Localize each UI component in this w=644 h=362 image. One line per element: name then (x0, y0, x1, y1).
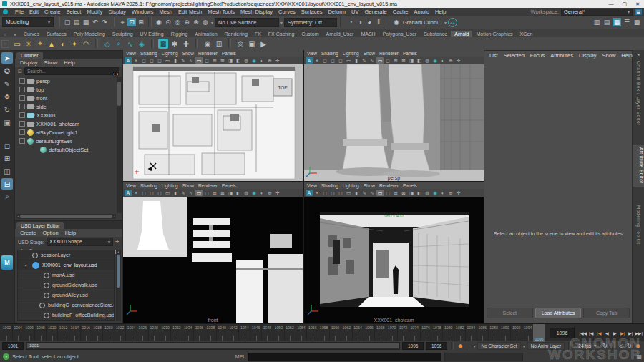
viewport-toolbar-icon[interactable]: A (125, 190, 132, 196)
shelf-tab[interactable]: Poly Modeling (70, 31, 109, 37)
anim-layer-dropdown[interactable]: No Anim Layer (527, 342, 565, 350)
viewport-toolbar-icon[interactable]: ⊠ (400, 190, 407, 196)
chevron-down-icon[interactable]: ▾ (523, 343, 525, 348)
layout-shortcut-icon[interactable]: ⊟ (1, 178, 13, 190)
viewport-toolbar-icon[interactable]: ▭ (164, 57, 171, 64)
viewport-menu-item[interactable]: Panels (222, 183, 236, 188)
outliner-item[interactable]: side (16, 102, 116, 111)
window-control-button[interactable]: ✕ (635, 1, 640, 7)
shelf-tab[interactable]: Substance (420, 31, 451, 37)
outliner-item[interactable]: top (16, 85, 116, 94)
viewport-toolbar-icon[interactable]: ⊞ (392, 190, 399, 196)
viewport-toolbar-icon[interactable]: ⊕ (266, 57, 273, 64)
viewport-toolbar-icon[interactable]: ▮ (172, 190, 179, 196)
viewport-menu-item[interactable]: Shading (321, 183, 338, 188)
animation-start-field[interactable]: 1001 (2, 342, 24, 350)
viewport-toolbar-icon[interactable]: ✛ (455, 190, 462, 196)
outliner-item[interactable]: XXX001 (16, 111, 116, 119)
usd-menu-item[interactable]: Help (65, 230, 76, 236)
shelf-tool-icon[interactable]: ⌖ (35, 39, 45, 49)
viewport-toolbar-icon[interactable]: ▭ (376, 190, 384, 196)
usd-layer-row[interactable]: groundSidewalk.usd (18, 280, 114, 290)
viewport-menu-item[interactable]: View (307, 183, 317, 188)
viewport-toolbar-icon[interactable]: A (306, 190, 313, 196)
viewport-menu-item[interactable]: Panels (403, 51, 417, 56)
viewport-toolbar-icon[interactable]: ▭ (195, 57, 203, 64)
render-icon[interactable]: ◔ (346, 18, 355, 26)
viewport-toolbar-icon[interactable]: ▭ (345, 57, 352, 64)
viewport-menu-item[interactable]: Panels (403, 183, 417, 188)
timeline-tick[interactable]: 1002 (1, 324, 13, 342)
viewport-toolbar-icon[interactable]: ◧ (235, 57, 242, 64)
sidebar-vertical-tab[interactable]: Channel Box / Layer Editor (636, 58, 641, 129)
viewport-menu-item[interactable]: Shading (321, 51, 338, 56)
playback-button[interactable]: ▶ (611, 328, 618, 338)
snap-icon[interactable]: ⊗ (192, 18, 200, 26)
playback-end-field[interactable]: 1096 (402, 342, 424, 350)
shelf-tool-icon[interactable]: ▩ (158, 39, 168, 49)
viewport-toolbar-icon[interactable]: ✕ (313, 190, 321, 196)
viewport-menu-item[interactable]: Shading (140, 51, 157, 56)
viewport-toolbar-icon[interactable]: ◐ (258, 190, 265, 196)
shelf-tool-icon[interactable]: ▭ (12, 39, 22, 49)
timeline-tick[interactable]: 1028 (149, 324, 160, 342)
viewport-toolbar-icon[interactable]: ✛ (274, 57, 281, 64)
tool-icon[interactable]: ✪ (1, 65, 13, 77)
shelf-tool-icon[interactable]: ✦ (69, 39, 79, 49)
zoom-tool-icon[interactable]: ⌕ (1, 191, 13, 202)
shelf-tab[interactable]: UV Editing (137, 31, 167, 37)
attribute-menu-item[interactable]: Focus (530, 52, 545, 59)
menu-item[interactable]: Create (42, 9, 64, 15)
timeline-tick[interactable]: 1010 (47, 324, 58, 342)
viewport-menu-item[interactable]: Renderer (379, 51, 399, 56)
render-icon[interactable]: ‖ (374, 18, 383, 26)
character-set-dropdown[interactable]: No Character Set (477, 342, 520, 350)
timeline-tick[interactable]: 1068 (375, 324, 386, 342)
timeline-tick[interactable]: 1006 (24, 324, 36, 342)
layer-state-icon[interactable] (32, 262, 39, 269)
viewport-menu-item[interactable]: Lighting (343, 51, 359, 56)
viewport-toolbar-icon[interactable]: ◻ (384, 57, 391, 64)
shelf-tool-icon[interactable]: ◐ (58, 39, 68, 49)
usd-layer-editor-tab[interactable]: USD Layer Editor (16, 222, 64, 229)
shelf-tab[interactable]: Animation (191, 31, 220, 37)
expand-toggle-icon[interactable] (19, 138, 25, 144)
outliner-item[interactable]: persp (16, 77, 116, 85)
viewport-toolbar-icon[interactable]: ✕ (132, 57, 140, 64)
viewport-toolbar-icon[interactable]: ◐ (258, 57, 265, 64)
menu-item[interactable]: UV (348, 9, 361, 15)
viewport-toolbar-icon[interactable]: ✎ (180, 57, 187, 64)
usd-menu-item[interactable]: Create (20, 230, 36, 236)
menu-item[interactable]: Arnold (411, 9, 432, 15)
shelf-tool-icon[interactable]: ▲ (47, 39, 57, 49)
viewport-toolbar-icon[interactable]: A (125, 57, 132, 64)
viewport-toolbar-icon[interactable]: ◻ (156, 57, 163, 64)
viewport-toolbar-icon[interactable]: ⊞ (211, 190, 218, 196)
range-slider-track[interactable]: 1001 (26, 342, 400, 350)
user-account-dropdown[interactable]: ◉ Graham Cunni... ▾ (392, 18, 447, 26)
viewport-canvas-top[interactable]: TOP (123, 64, 303, 181)
shelf-tool-icon[interactable]: ◈ (137, 39, 147, 49)
playback-button[interactable]: |◀ (595, 328, 602, 338)
shelf-tool-icon[interactable]: ◠ (81, 39, 91, 49)
outliner-menu-item[interactable]: Display (20, 59, 38, 66)
timeline-tick[interactable]: 1004 (13, 324, 24, 342)
file-operation-icon[interactable]: ▦ (82, 18, 90, 26)
timeline-tick[interactable]: 1094 (522, 324, 534, 342)
expand-toggle-icon[interactable] (19, 95, 25, 101)
shelf-tool-icon[interactable] (95, 39, 98, 48)
command-line-input[interactable] (248, 353, 441, 361)
tool-icon[interactable]: ✎ (1, 78, 13, 89)
timer-badge[interactable]: 21 (448, 18, 457, 27)
timeline-tick[interactable]: 1062 (341, 324, 353, 342)
shelf-tab[interactable]: Curves (20, 31, 43, 37)
viewport-toolbar-icon[interactable]: ◍ (424, 57, 431, 64)
menu-item[interactable]: Mesh Display (238, 9, 275, 15)
viewport-toolbar-icon[interactable]: ◻ (148, 190, 155, 196)
viewport-toolbar-icon[interactable]: ⊠ (219, 190, 226, 196)
menu-item[interactable]: Deform (325, 9, 348, 15)
menu-item[interactable]: Display (106, 9, 130, 15)
timeline-tick[interactable]: 1090 (499, 324, 511, 342)
viewport-toolbar-icon[interactable]: ◻ (148, 57, 155, 64)
animation-end-field[interactable]: 1096 (426, 342, 447, 350)
